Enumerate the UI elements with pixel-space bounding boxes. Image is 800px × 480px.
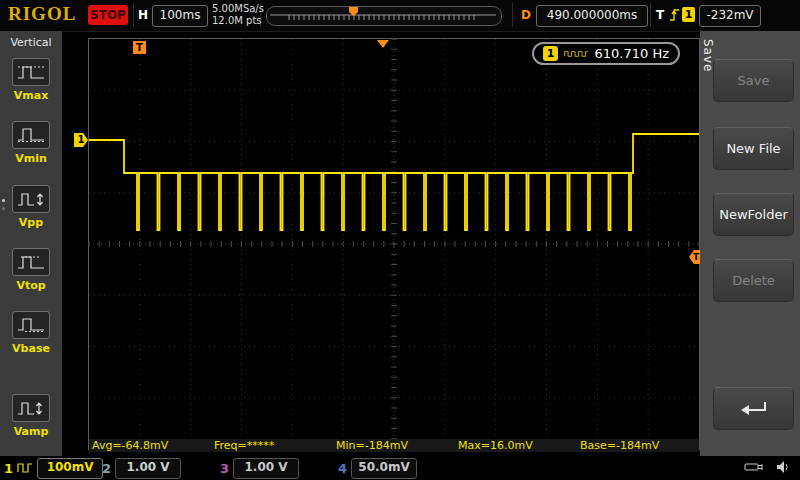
- channel-2-scale: 1.00 V: [115, 458, 181, 479]
- trigger-source-badge: 1: [682, 7, 695, 22]
- channel-3-scale: 1.00 V: [233, 458, 299, 479]
- menu-item-label: Vmin: [0, 152, 62, 165]
- save-button[interactable]: Save: [713, 59, 794, 102]
- ch1-trace: [88, 38, 700, 450]
- menu-item-vmin[interactable]: Vmin: [0, 121, 62, 165]
- vpp-pulse-icon: [12, 185, 50, 213]
- measurement-min: Min=-184mV: [333, 439, 455, 452]
- frequency-value: 610.710 Hz: [595, 46, 670, 61]
- timebase-value: 100ms: [152, 5, 208, 27]
- acquisition-info: 5.00MSa/s 12.0M pts: [212, 3, 264, 27]
- channel-1-number: 1: [4, 461, 13, 476]
- menu-item-vmax[interactable]: Vmax: [0, 58, 62, 102]
- menu-item-vbase[interactable]: Vbase: [0, 311, 62, 355]
- menu-item-label: Vamp: [0, 425, 62, 438]
- ch1-level-marker: 1: [74, 133, 88, 147]
- run-state-badge: STOP: [88, 5, 128, 25]
- vbase-pulse-icon: [12, 311, 50, 339]
- vamp-pulse-icon: [12, 394, 50, 422]
- measurement-avg: Avg=-64.8mV: [89, 439, 211, 452]
- measurement-base: Base=-184mV: [577, 439, 699, 452]
- trigger-level-value: -232mV: [699, 5, 761, 27]
- measurement-freq: Freq=*****: [211, 439, 333, 452]
- trigger-time-flag: T: [133, 41, 146, 54]
- sample-rate: 5.00MSa/s: [212, 3, 264, 15]
- horizontal-label: H: [138, 8, 148, 22]
- channel-4-status[interactable]: 4 50.0mV: [338, 456, 417, 480]
- speaker-icon: [776, 460, 790, 474]
- preview-wave: [267, 9, 499, 23]
- scope-display: 1 610.710 Hz T 1 T Avg=-64.8mV Freq=****…: [88, 38, 700, 450]
- enter-arrow-icon: [739, 400, 769, 418]
- channel-4-scale: 50.0mV: [351, 458, 417, 479]
- softkey-menu: Save Save New File NewFolder Delete: [700, 31, 800, 456]
- channel-3-status[interactable]: 3 1.00 V: [220, 456, 299, 480]
- menu-item-label: Vpp: [0, 216, 62, 229]
- new-folder-button[interactable]: NewFolder: [713, 193, 794, 236]
- channel-4-number: 4: [338, 461, 347, 476]
- top-status-bar: RIGOL STOP H 100ms 5.00MSa/s 12.0M pts D…: [0, 0, 800, 32]
- delete-button[interactable]: Delete: [713, 259, 794, 302]
- menu-item-label: Vbase: [0, 342, 62, 355]
- trigger-edge-icon: [669, 7, 680, 23]
- channel-2-number: 2: [102, 461, 111, 476]
- menu-page-indicator: [2, 199, 5, 215]
- menu-item-label: Vtop: [0, 279, 62, 292]
- measurement-bar: Avg=-64.8mV Freq=***** Min=-184mV Max=16…: [89, 439, 699, 452]
- vmax-pulse-icon: [12, 58, 50, 86]
- divider: [650, 3, 651, 27]
- channel-3-number: 3: [220, 461, 229, 476]
- delay-label: D: [521, 8, 531, 22]
- channel-2-status[interactable]: 2 1.00 V: [102, 456, 181, 480]
- channel-status-bar: 1 100mV 2 1.00 V 3 1.00 V 4 50.0mV: [0, 456, 800, 480]
- divider: [512, 3, 513, 27]
- measurement-max: Max=16.0mV: [455, 439, 577, 452]
- vtop-pulse-icon: [12, 248, 50, 276]
- delay-value: 490.000000ms: [536, 5, 648, 27]
- trigger-level-label: T: [693, 252, 699, 262]
- divider: [133, 3, 134, 27]
- menu-item-vpp[interactable]: Vpp: [0, 185, 62, 229]
- menu-item-label: Vmax: [0, 89, 62, 102]
- frequency-counter: 1 610.710 Hz: [532, 42, 680, 65]
- trigger-label: T: [656, 8, 664, 22]
- channel-1-scale: 100mV: [37, 458, 103, 479]
- channel-1-status[interactable]: 1 100mV: [4, 456, 103, 480]
- system-icons: [744, 460, 790, 474]
- vmin-pulse-icon: [12, 121, 50, 149]
- menu-item-vamp[interactable]: Vamp: [0, 394, 62, 438]
- enter-button[interactable]: [713, 387, 794, 430]
- trigger-position-marker: [377, 40, 389, 48]
- menu-title: Vertical: [0, 31, 62, 49]
- ch1-waveform-icon: [17, 463, 33, 473]
- square-wave-icon: [564, 48, 589, 60]
- memory-depth: 12.0M pts: [212, 15, 264, 27]
- new-file-button[interactable]: New File: [713, 127, 794, 170]
- menu-item-vtop[interactable]: Vtop: [0, 248, 62, 292]
- waveform-preview: [266, 6, 502, 26]
- usb-icon: [744, 460, 766, 474]
- freq-source-badge: 1: [543, 46, 558, 61]
- rigol-logo: RIGOL: [8, 3, 76, 25]
- measure-menu: Vertical Vmax Vmin: [0, 31, 62, 456]
- t-flag-label: T: [136, 42, 143, 53]
- oscilloscope-screen: RIGOL STOP H 100ms 5.00MSa/s 12.0M pts D…: [0, 0, 800, 480]
